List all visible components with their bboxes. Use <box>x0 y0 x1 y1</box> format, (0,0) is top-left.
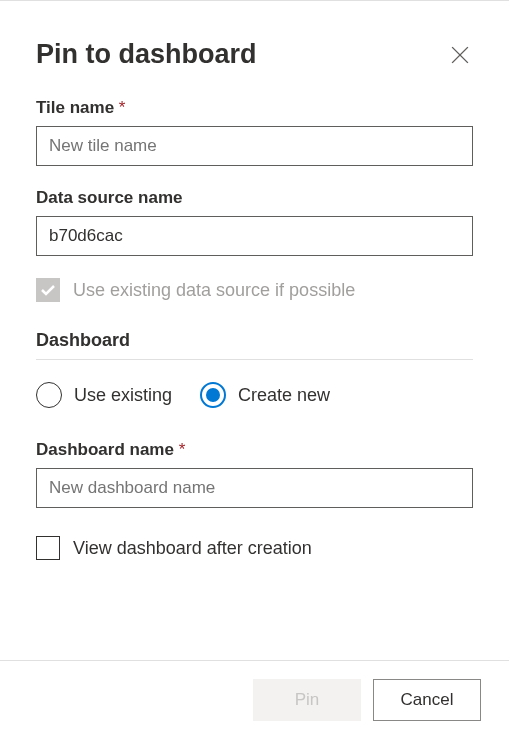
dashboard-name-label-text: Dashboard name <box>36 440 174 459</box>
cancel-button[interactable]: Cancel <box>373 679 481 721</box>
radio-selected-icon <box>200 382 226 408</box>
create-new-radio[interactable]: Create new <box>200 382 330 408</box>
use-existing-radio-label: Use existing <box>74 385 172 406</box>
dialog-title: Pin to dashboard <box>36 39 257 70</box>
dialog-header: Pin to dashboard <box>36 39 473 70</box>
tile-name-input[interactable] <box>36 126 473 166</box>
dialog-footer: Pin Cancel <box>0 660 509 739</box>
tile-name-label: Tile name * <box>36 98 473 118</box>
use-existing-source-checkbox <box>36 278 60 302</box>
radio-icon <box>36 382 62 408</box>
dashboard-name-input[interactable] <box>36 468 473 508</box>
view-after-label: View dashboard after creation <box>73 538 312 559</box>
close-icon <box>451 46 469 64</box>
use-existing-radio[interactable]: Use existing <box>36 382 172 408</box>
dashboard-radio-group: Use existing Create new <box>36 382 473 408</box>
view-after-checkbox[interactable] <box>36 536 60 560</box>
radio-dot-icon <box>206 388 220 402</box>
tile-name-label-text: Tile name <box>36 98 114 117</box>
data-source-name-input[interactable] <box>36 216 473 256</box>
use-existing-source-label: Use existing data source if possible <box>73 280 355 301</box>
use-existing-source-row: Use existing data source if possible <box>36 278 473 302</box>
close-button[interactable] <box>447 42 473 68</box>
section-divider <box>36 359 473 360</box>
dashboard-section-header: Dashboard <box>36 330 473 351</box>
required-icon: * <box>179 440 186 459</box>
data-source-name-group: Data source name <box>36 188 473 256</box>
tile-name-group: Tile name * <box>36 98 473 166</box>
required-icon: * <box>119 98 126 117</box>
dashboard-name-group: Dashboard name * <box>36 440 473 508</box>
data-source-name-label: Data source name <box>36 188 473 208</box>
dashboard-name-label: Dashboard name * <box>36 440 473 460</box>
pin-dashboard-dialog: Pin to dashboard Tile name * Data source… <box>0 1 509 560</box>
create-new-radio-label: Create new <box>238 385 330 406</box>
checkmark-icon <box>40 282 56 298</box>
view-after-row[interactable]: View dashboard after creation <box>36 536 473 560</box>
pin-button[interactable]: Pin <box>253 679 361 721</box>
